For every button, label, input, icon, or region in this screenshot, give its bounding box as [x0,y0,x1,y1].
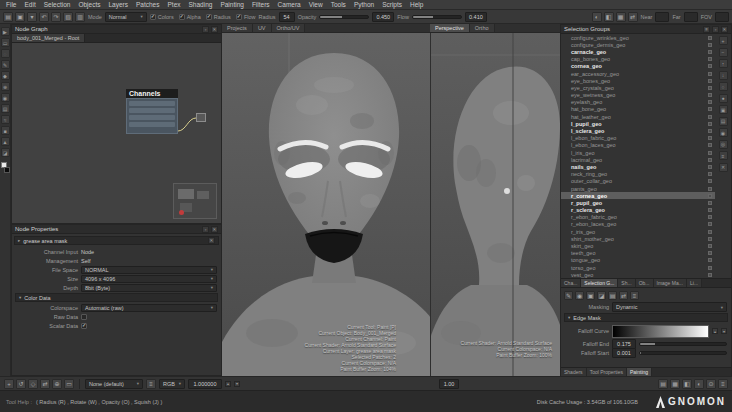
frame-icon[interactable]: ▭ [64,379,74,389]
zoom-icon[interactable]: ⊕ [52,379,62,389]
visibility-dot-icon[interactable] [708,129,712,133]
selection-group-row[interactable]: tongue_geo [561,257,715,264]
selection-group-row[interactable]: l_iris_geo [561,149,715,156]
panel-tab[interactable]: Ob... [636,279,654,287]
warp-tool-icon[interactable]: ▲ [1,137,10,146]
gradient-tool-icon[interactable]: ▤ [1,104,10,113]
panel-tab[interactable]: Sh... [618,279,635,287]
visibility-dot-icon[interactable] [708,215,712,219]
lighting-icon[interactable]: ◐ [592,12,602,22]
visibility-dot-icon[interactable] [708,201,712,205]
selection-group-row[interactable]: cornea_geo [561,63,715,70]
rotate-icon[interactable]: ↺ [16,379,26,389]
close-panel-icon[interactable]: ✕ [211,226,218,233]
channel-mode-dropdown[interactable]: RGB ▾ [159,379,185,389]
flow-slider[interactable] [412,15,462,19]
grid-icon[interactable]: ▤ [658,379,668,389]
new-project-icon[interactable]: ▤ [3,12,13,22]
channel-node-row[interactable] [129,122,175,127]
checkbox-icon[interactable]: ✓ [206,14,212,20]
translate-icon[interactable]: + [4,379,14,389]
menu-item[interactable]: Patches [132,1,164,8]
selection-group-row[interactable]: eye_wetness_geo [561,92,715,99]
visibility-dot-icon[interactable] [708,251,712,255]
curve-add-icon[interactable]: ▴ [712,328,718,334]
falloff-end-slider[interactable] [639,342,727,346]
selection-group-row[interactable]: l_ebon_laces_geo [561,142,715,149]
menu-item[interactable]: Layers [104,1,132,8]
selection-group-row[interactable]: carnacle_geo [561,48,715,55]
paint-value-input[interactable]: 1.000000 [188,379,222,389]
visibility-dot-icon[interactable] [708,172,712,176]
camera-icon[interactable]: ⊙ [706,379,716,389]
lasso-select-tool-icon[interactable]: ◌ [1,49,10,58]
move-up-icon[interactable]: ↑ [719,59,728,68]
selection-group-row[interactable]: l_sclera_geo [561,127,715,134]
selection-group-row[interactable]: nails_geo [561,163,715,170]
mirror-paint-icon[interactable]: ⇄ [619,291,628,300]
depth-dropdown[interactable]: 8bit (Byte) ▾ [81,284,217,292]
panel-tab[interactable]: Selection G... [581,279,618,287]
file-space-dropdown[interactable]: NORMAL ▾ [81,266,217,274]
radius-input[interactable]: 54 [279,12,295,22]
visibility-dot-icon[interactable] [708,222,712,226]
selection-group-row[interactable]: torso_geo [561,264,715,271]
selection-group-row[interactable]: r_pupil_geo [561,199,715,206]
hide-icon[interactable]: ● [719,94,728,103]
pan-icon[interactable]: ⇄ [40,379,50,389]
selection-group-row[interactable]: eyelash_geo [561,99,715,106]
visibility-dot-icon[interactable] [708,266,712,270]
menu-item[interactable]: Python [350,1,378,8]
selection-group-row[interactable]: l_ebon_fabric_geo [561,135,715,142]
visibility-dot-icon[interactable] [708,258,712,262]
fill-tool-icon[interactable]: ■ [1,126,10,135]
paint-option-toggle[interactable]: ✓ Flow [236,14,256,20]
brush-preset-dropdown[interactable]: None (default) ▾ [85,379,143,389]
visibility-dot-icon[interactable] [708,194,712,198]
near-field[interactable] [655,12,669,22]
clone-stamp-tool-icon[interactable]: ⊕ [1,82,10,91]
selection-group-row[interactable]: vest_geo [561,271,715,278]
size-dropdown[interactable]: 4096 x 4096 ▾ [81,275,217,283]
node-graph-canvas[interactable]: Channels [12,43,221,223]
selection-group-row[interactable]: ear_accessory_geo [561,70,715,77]
show-icon[interactable]: ○ [719,82,728,91]
collapse-arrow-icon[interactable]: ▸ [18,238,20,243]
selection-group-row[interactable]: r_iris_geo [561,228,715,235]
scalar-data-checkbox[interactable]: ✓ [81,323,87,329]
visibility-dot-icon[interactable] [708,165,712,169]
paint-option-toggle[interactable]: ✓ Alpha [179,14,201,20]
panel-tab[interactable]: Cha... [561,279,581,287]
falloff-curve-gradient[interactable] [612,325,709,338]
visibility-dot-icon[interactable] [708,86,712,90]
visibility-dot-icon[interactable] [708,136,712,140]
checkbox-icon[interactable]: ✓ [150,14,156,20]
paint-settings-icon[interactable]: ≡ [630,291,639,300]
perspective-canvas[interactable]: Current Tool: Paint [P]Current Object: B… [222,33,430,376]
selection-group-row[interactable]: r_sclera_geo [561,207,715,214]
selection-group-row[interactable]: r_ebon_fabric_geo [561,214,715,221]
shadows-icon[interactable]: ◧ [604,12,614,22]
blur-tool-icon[interactable]: ◉ [1,93,10,102]
visibility-dot-icon[interactable] [708,179,712,183]
masking-dropdown[interactable]: Dynamic ▾ [612,302,727,312]
scale-icon[interactable]: ◇ [28,379,38,389]
selection-group-row[interactable]: pants_geo [561,185,715,192]
selection-group-row[interactable]: eye_bones_geo [561,77,715,84]
selection-group-row[interactable]: configure_dermis_geo [561,41,715,48]
deselect-members-icon[interactable]: ◎ [719,140,728,149]
paint-option-toggle[interactable]: ✓ Radius [206,14,231,20]
menu-item[interactable]: Shading [185,1,217,8]
settings-icon[interactable]: ≡ [718,379,728,389]
ortho-canvas[interactable]: Current Shader: Arnold Standard SurfaceC… [430,33,560,376]
smear-tool-icon[interactable]: ≈ [1,115,10,124]
edge-mask-section-header[interactable]: ▾ Edge Mask [564,313,728,322]
viewport-tab[interactable]: Perspective [430,24,470,32]
visibility-dot-icon[interactable] [708,244,712,248]
visibility-dot-icon[interactable] [708,93,712,97]
viewport-tab[interactable]: Ortho [470,24,495,32]
visibility-dot-icon[interactable] [708,100,712,104]
visibility-dot-icon[interactable] [708,187,712,191]
menu-item[interactable]: View [305,1,327,8]
visibility-dot-icon[interactable] [708,43,712,47]
